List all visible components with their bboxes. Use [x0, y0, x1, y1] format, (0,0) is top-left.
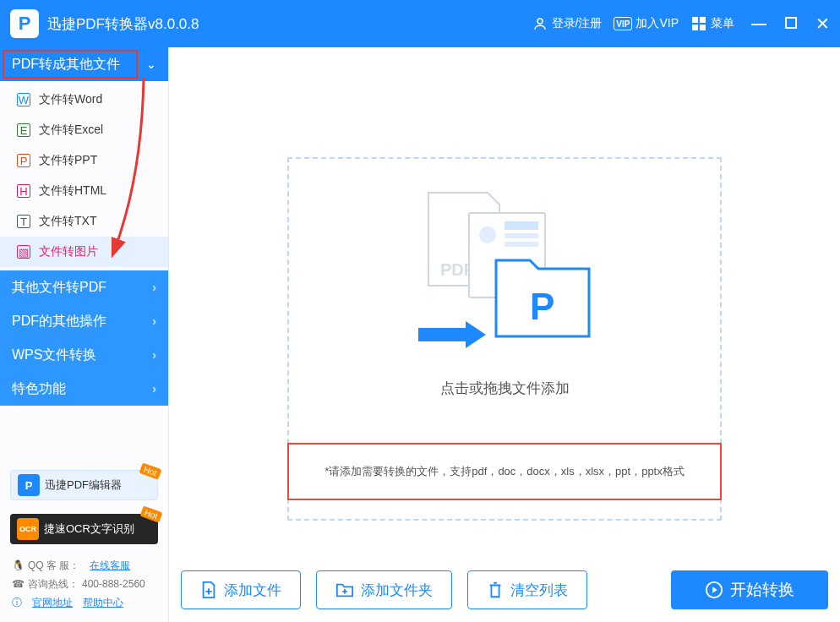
- hotline-label: 咨询热线：: [28, 575, 79, 593]
- category-other-to-pdf[interactable]: 其他文件转PDF ›: [0, 270, 168, 304]
- sidebar-item-to-excel[interactable]: E 文件转Excel: [0, 115, 168, 145]
- close-button[interactable]: ✕: [815, 15, 830, 32]
- sidebar-item-to-word[interactable]: W 文件转Word: [0, 85, 168, 115]
- svg-point-0: [537, 19, 543, 24]
- official-site-link[interactable]: 官网地址: [32, 593, 73, 612]
- add-folder-label: 添加文件夹: [361, 581, 433, 600]
- phone-icon: ☎: [12, 575, 25, 593]
- sidebar-item-label: 文件转Word: [39, 92, 102, 107]
- svg-rect-9: [505, 233, 538, 238]
- clear-list-label: 清空列表: [510, 581, 568, 600]
- sidebar-item-label: 文件转PPT: [39, 153, 97, 168]
- login-register-button[interactable]: 登录/注册: [532, 15, 603, 32]
- category-wps-convert[interactable]: WPS文件转换 ›: [0, 338, 168, 372]
- svg-rect-5: [786, 18, 796, 28]
- promo-icon: OCR: [17, 518, 39, 540]
- sidebar-item-to-image[interactable]: ▧ 文件转图片: [0, 237, 168, 267]
- grid-icon: [690, 15, 707, 32]
- promo-label: 捷速OCR文字识别: [44, 521, 134, 537]
- chevron-right-icon: ›: [152, 382, 156, 396]
- globe-icon: ⓘ: [12, 593, 22, 612]
- qq-icon: 🐧: [12, 556, 25, 575]
- join-vip-button[interactable]: VIP 加入VIP: [614, 16, 679, 31]
- minimize-button[interactable]: —: [751, 16, 766, 31]
- supported-text: *请添加需要转换的文件，支持pdf，doc，docx，xls，xlsx，ppt，…: [325, 464, 684, 479]
- add-folder-button[interactable]: 添加文件夹: [316, 570, 452, 609]
- txt-icon: T: [17, 215, 30, 228]
- chevron-right-icon: ›: [152, 348, 156, 362]
- category-label: PDF的其他操作: [12, 313, 106, 330]
- bottom-toolbar: 添加文件 添加文件夹 清空列表 开始转换: [181, 570, 828, 610]
- svg-rect-2: [700, 17, 706, 23]
- hot-badge: Hot: [140, 505, 163, 522]
- svg-rect-13: [418, 328, 466, 341]
- html-icon: H: [17, 184, 30, 198]
- vip-icon: VIP: [614, 17, 632, 30]
- category-pdf-other-ops[interactable]: PDF的其他操作 ›: [0, 304, 168, 338]
- image-icon: ▧: [17, 245, 30, 259]
- sidebar-item-to-html[interactable]: H 文件转HTML: [0, 176, 168, 206]
- start-convert-label: 开始转换: [730, 579, 794, 601]
- login-label: 登录/注册: [552, 16, 603, 31]
- qq-service-link[interactable]: 在线客服: [90, 556, 130, 575]
- user-icon: [532, 15, 548, 32]
- svg-rect-1: [692, 17, 698, 23]
- sidebar-item-to-txt[interactable]: T 文件转TXT: [0, 206, 168, 237]
- svg-rect-4: [700, 25, 706, 30]
- hot-badge: Hot: [139, 462, 162, 479]
- sidebar-item-label: 文件转Excel: [39, 123, 103, 138]
- help-center-link[interactable]: 帮助中心: [83, 593, 123, 612]
- chevron-down-icon: ⌄: [146, 57, 156, 71]
- sidebar-item-label: 文件转HTML: [39, 183, 106, 199]
- word-icon: W: [17, 93, 30, 106]
- app-title: 迅捷PDF转换器v8.0.0.8: [47, 14, 199, 34]
- chevron-right-icon: ›: [152, 281, 156, 294]
- category-label: 特色功能: [12, 380, 66, 398]
- category-pdf-to-other[interactable]: PDF转成其他文件 ⌄: [0, 47, 168, 81]
- svg-point-11: [479, 226, 496, 243]
- clear-list-button[interactable]: 清空列表: [467, 570, 587, 609]
- maximize-button[interactable]: [785, 16, 797, 31]
- menu-button[interactable]: 菜单: [690, 15, 734, 32]
- sidebar: PDF转成其他文件 ⌄ W 文件转Word E 文件转Excel P 文件转PP…: [0, 47, 169, 622]
- svg-marker-14: [466, 321, 486, 348]
- add-file-button[interactable]: 添加文件: [181, 570, 301, 609]
- svg-rect-8: [505, 221, 538, 230]
- excel-icon: E: [17, 123, 30, 137]
- supported-formats-note: *请添加需要转换的文件，支持pdf，doc，docx，xls，xlsx，ppt，…: [287, 443, 722, 500]
- chevron-right-icon: ›: [152, 314, 156, 328]
- dropzone-illustration: PDF P: [403, 184, 606, 362]
- category-label: 其他文件转PDF: [12, 279, 106, 297]
- svg-rect-3: [692, 25, 698, 30]
- category-label: PDF转成其他文件: [12, 56, 120, 74]
- hotline-value: 400-888-2560: [82, 575, 145, 593]
- category-label: WPS文件转换: [12, 346, 96, 364]
- promo-icon: P: [18, 474, 40, 496]
- svg-text:P: P: [530, 286, 554, 327]
- sidebar-footer: 🐧 QQ 客 服： 在线客服 ☎ 咨询热线： 400-888-2560 ⓘ 官网…: [0, 551, 168, 622]
- sidebar-item-label: 文件转图片: [39, 244, 98, 259]
- svg-rect-10: [505, 242, 538, 247]
- ppt-icon: P: [17, 154, 30, 167]
- main-area: PDF P: [169, 47, 840, 622]
- titlebar: P 迅捷PDF转换器v8.0.0.8 登录/注册 VIP 加入VIP 菜单 — …: [0, 0, 840, 47]
- sidebar-item-label: 文件转TXT: [39, 214, 96, 229]
- promo-ocr[interactable]: OCR 捷速OCR文字识别 Hot: [10, 514, 158, 544]
- svg-marker-16: [712, 587, 717, 592]
- vip-label: 加入VIP: [635, 16, 679, 31]
- category-special-features[interactable]: 特色功能 ›: [0, 372, 168, 406]
- dropzone-headline: 点击或拖拽文件添加: [440, 379, 570, 398]
- app-logo: P: [10, 9, 39, 38]
- promo-pdf-editor[interactable]: P 迅捷PDF编辑器 Hot: [10, 470, 158, 500]
- qq-label: QQ 客 服：: [28, 556, 79, 575]
- add-file-label: 添加文件: [224, 581, 281, 600]
- start-convert-button[interactable]: 开始转换: [671, 570, 828, 609]
- promo-label: 迅捷PDF编辑器: [45, 477, 122, 493]
- sidebar-item-to-ppt[interactable]: P 文件转PPT: [0, 145, 168, 176]
- menu-label: 菜单: [711, 16, 734, 31]
